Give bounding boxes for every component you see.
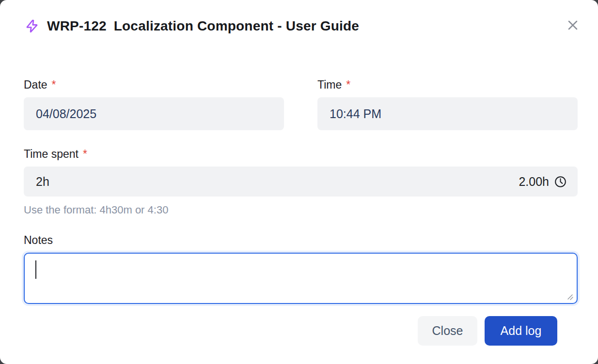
time-spent-field-group: Time spent * 2.00h Use the format: 4h30m… <box>24 148 578 216</box>
issue-key: WRP-122 <box>47 18 107 34</box>
log-time-dialog: WRP-122 Localization Component - User Gu… <box>0 0 598 364</box>
date-label-text: Date <box>24 78 47 91</box>
time-label: Time * <box>317 78 578 91</box>
notes-textarea[interactable] <box>25 254 577 303</box>
time-spent-input[interactable] <box>36 167 519 197</box>
notes-label-text: Notes <box>24 234 53 247</box>
date-time-row: Date * Time * <box>24 78 578 130</box>
date-field-group: Date * <box>24 78 284 130</box>
clock-icon <box>554 175 567 188</box>
time-spent-computed: 2.00h <box>519 175 549 189</box>
text-cursor <box>35 260 36 279</box>
issue-summary: Localization Component - User Guide <box>114 18 359 34</box>
time-label-text: Time <box>317 78 342 91</box>
date-label: Date * <box>24 78 284 91</box>
notes-field-group: Notes <box>24 234 578 304</box>
zap-icon <box>24 18 40 34</box>
add-log-button[interactable]: Add log <box>485 316 557 346</box>
close-icon <box>565 17 581 33</box>
time-spent-label-text: Time spent <box>24 148 79 161</box>
time-field-group: Time * <box>317 78 578 130</box>
dialog-header: WRP-122 Localization Component - User Gu… <box>0 0 598 34</box>
time-spent-label: Time spent * <box>24 148 578 161</box>
close-dialog-button[interactable] <box>563 15 582 35</box>
resize-handle[interactable] <box>567 293 574 301</box>
dialog-title: WRP-122 Localization Component - User Gu… <box>47 18 359 34</box>
close-button[interactable]: Close <box>418 316 477 346</box>
dialog-body: Date * Time * Time spent * 2.00h <box>0 78 598 346</box>
time-input[interactable] <box>317 97 578 130</box>
required-asterisk: * <box>346 78 350 91</box>
time-spent-hint: Use the format: 4h30m or 4:30 <box>24 204 578 216</box>
required-asterisk: * <box>83 148 87 161</box>
required-asterisk: * <box>52 78 56 91</box>
dialog-footer: Close Add log <box>24 316 578 346</box>
notes-field-focused <box>24 253 578 304</box>
time-spent-field: 2.00h <box>24 167 578 197</box>
notes-label: Notes <box>24 234 578 247</box>
date-input[interactable] <box>24 97 284 130</box>
